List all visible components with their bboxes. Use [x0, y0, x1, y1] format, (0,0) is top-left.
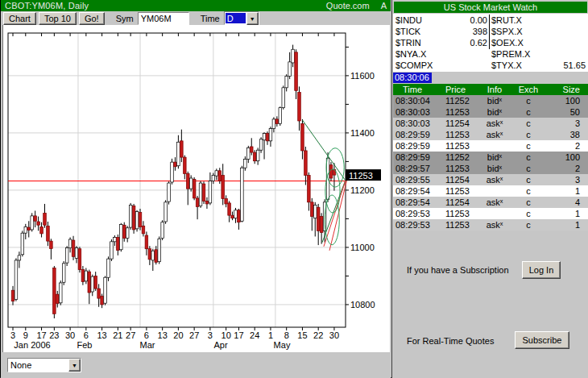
candle-body [250, 147, 253, 152]
tns-row: 08:29:5911253c2 [393, 140, 588, 152]
go-button[interactable]: Go! [79, 12, 105, 25]
tns-row: 08:30:0311254askˣc3 [393, 118, 588, 129]
brand-label: Quote.com [326, 1, 370, 10]
candle-body [171, 162, 174, 182]
candle-body [215, 171, 218, 176]
subscribe-button[interactable]: Subscribe [515, 331, 569, 349]
candle-body [27, 227, 31, 231]
market-watch-row: $TICK398$SPX.X [393, 26, 588, 37]
tns-cell: bidˣ [477, 96, 512, 106]
tns-cell: bidˣ [477, 107, 512, 117]
candle-body [275, 119, 279, 124]
candle-body [88, 272, 91, 293]
x-axis-label: 22 [313, 330, 323, 340]
market-watch-value: 398 [441, 27, 487, 36]
sym-label: Sym [116, 14, 134, 23]
tns-cell: 11253 [440, 220, 477, 230]
candle-body [301, 124, 304, 151]
timeframe-dropdown-arrow-icon[interactable]: ▼ [246, 12, 259, 25]
candle-body [34, 216, 37, 221]
candle-body [72, 240, 75, 256]
indicator-dropdown-arrow-icon[interactable]: ▼ [68, 359, 81, 372]
tns-cell: 11253 [440, 209, 477, 218]
market-watch-symbol: $TICK [395, 27, 420, 36]
tns-cell: 3 [545, 118, 588, 128]
x-axis-label: 10 [222, 330, 231, 340]
indicator-dropdown[interactable]: None ▼ [7, 358, 81, 372]
candle-body [68, 239, 72, 248]
candle-body [256, 150, 259, 160]
login-prompt-text: If you have a Subscription [407, 265, 509, 275]
tns-cell: 11253 [440, 186, 477, 196]
candle-body [292, 49, 295, 63]
chart-window-titlebar: CBOT:YM06M, Daily Quote.com A [1, 0, 391, 11]
tns-cell: 11254 [440, 175, 477, 185]
x-axis-label: 30 [65, 330, 75, 340]
candle-body [94, 276, 97, 289]
candle-body [142, 226, 145, 234]
market-watch-row: $NYA.X$PREM.X [393, 48, 588, 60]
tns-cell: 11253 [440, 107, 477, 117]
tns-cell: 08:29:55 [393, 175, 440, 185]
candle-body [174, 162, 177, 167]
candle-body [282, 88, 285, 108]
tns-cell: 100 [545, 96, 588, 106]
candle-body [329, 165, 333, 178]
candle-body [43, 213, 47, 225]
chart-window-title: CBOT:YM06M, Daily [5, 1, 89, 10]
candle-body [139, 213, 142, 227]
candle-body [47, 226, 50, 241]
candle-body [117, 238, 120, 251]
candle-body [126, 228, 129, 239]
log-in-button[interactable]: Log In [522, 261, 561, 279]
tns-column-header: Size [545, 85, 588, 94]
candle-body [40, 226, 43, 234]
candle-body [241, 168, 244, 221]
tns-cell: 08:29:54 [393, 186, 440, 196]
candle-body [295, 52, 298, 91]
tns-row: 08:29:5911253askˣc38 [393, 129, 588, 140]
candle-body [247, 147, 251, 159]
market-watch-title: US Stock Market Watch [394, 2, 587, 13]
candle-body [259, 139, 263, 150]
candle-body [253, 152, 256, 161]
tns-cell: c [512, 141, 545, 151]
market-watch-value: 0.00 [441, 15, 487, 25]
tns-cell: askˣ [477, 220, 512, 230]
candle-body [135, 212, 139, 229]
tns-cell: 1 [545, 220, 588, 230]
tns-cell: 08:30:03 [393, 107, 440, 117]
candle-body [81, 270, 85, 282]
time-and-sales-header: TimePriceInfoExchSize [393, 84, 588, 95]
x-axis-label: 3 [208, 330, 213, 340]
top10-button[interactable]: Top 10 [39, 12, 77, 25]
market-watch-row: $TRIN0.62$OEX.X [393, 37, 588, 48]
market-watch-symbol: $PREM.X [491, 49, 530, 59]
candle-body [110, 242, 114, 259]
tns-cell: 100 [545, 152, 588, 162]
tns-column-header: Info [477, 85, 512, 94]
candle-body [24, 226, 27, 233]
market-watch-symbol: $TYX.X [491, 60, 522, 70]
candle-body [298, 92, 301, 121]
y-axis-label: 11600 [350, 71, 375, 81]
tns-cell: 11253 [440, 164, 477, 173]
symbol-input[interactable] [138, 12, 189, 25]
tns-column-header: Time [393, 85, 440, 94]
tns-cell: 08:30:03 [393, 118, 440, 128]
indicator-selected-value: None [8, 359, 68, 372]
candle-body [212, 175, 215, 181]
tns-cell: 4 [545, 197, 588, 207]
timeframe-dropdown[interactable]: D ▼ [224, 11, 259, 25]
candle-body [186, 173, 189, 189]
candle-body [231, 215, 234, 218]
candle-body [85, 271, 88, 281]
candle-body [50, 241, 53, 248]
chart-button[interactable]: Chart [3, 12, 36, 25]
candle-body [288, 62, 292, 77]
x-axis-label: 13 [97, 330, 106, 340]
candle-body [18, 255, 21, 260]
x-axis-month-label: Apr [213, 340, 227, 350]
market-watch-symbol: $OEX.X [491, 38, 524, 48]
tns-cell: askˣ [477, 175, 512, 185]
